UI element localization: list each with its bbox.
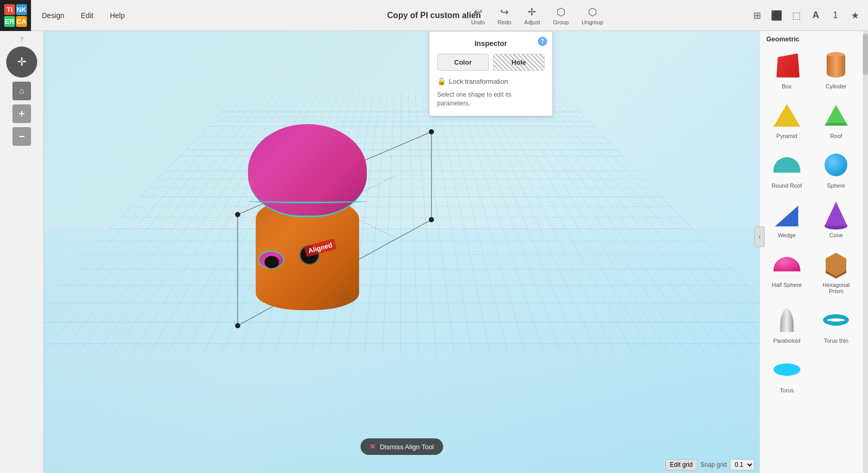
- cube-solid-icon[interactable]: ⬛: [769, 8, 784, 23]
- box-shape: [776, 53, 799, 78]
- zoom-in-icon: +: [19, 108, 25, 120]
- home-icon: ⌂: [19, 86, 24, 96]
- shape-label-sphere: Sphere: [827, 182, 845, 189]
- shape-item-cylinder[interactable]: Cylinder: [814, 47, 859, 93]
- snap-grid-select[interactable]: 0.1 0.5 1: [730, 459, 754, 470]
- eye-left-pupil: [265, 256, 279, 268]
- torus-shape: [773, 363, 800, 376]
- grid-2d-icon[interactable]: ⊞: [749, 8, 765, 23]
- grid-background: [44, 92, 760, 355]
- shape-icon-hexagonal-prism: [820, 249, 851, 280]
- hexagonal-prism-shape: [822, 250, 850, 279]
- star-icon[interactable]: ★: [847, 8, 863, 23]
- main-area: ? ✛ ⌂ + −: [0, 31, 868, 473]
- head-body-seam: [248, 199, 367, 203]
- shape-item-paraboloid[interactable]: Paraboloid: [764, 301, 810, 347]
- shape-label-pyramid: Pyramid: [777, 133, 797, 139]
- canvas-area[interactable]: Aligned Inspector Color Hole ? 🔒 Lock tr…: [44, 31, 760, 473]
- shapes-category-title: Geometric: [764, 35, 859, 43]
- lock-row: 🔒 Lock transformation: [437, 77, 545, 85]
- shape-item-round-roof[interactable]: Round Roof: [764, 146, 810, 192]
- shape-label-paraboloid: Paraboloid: [773, 338, 800, 344]
- zoom-out-button[interactable]: −: [12, 127, 31, 146]
- cube-wire-icon[interactable]: ⬚: [788, 8, 804, 23]
- shape-icon-half-sphere: [771, 249, 802, 280]
- svg-marker-13: [825, 105, 848, 126]
- nav-arrows-icon: ✛: [17, 55, 26, 69]
- group-button[interactable]: ⬡ Group: [548, 4, 574, 27]
- shape-icon-wedge: [771, 199, 802, 230]
- shape-item-torus-thin[interactable]: Torus thin: [814, 301, 859, 347]
- sphere-shape: [825, 154, 847, 176]
- color-button[interactable]: Color: [437, 54, 489, 71]
- wedge-shape: [772, 201, 801, 229]
- shape-item-box[interactable]: Box: [764, 47, 810, 93]
- adjust-button[interactable]: ✛ Adjust: [519, 4, 546, 27]
- shape-icon-round-roof: [771, 149, 802, 180]
- topbar: TI NK ER CA Design Edit Help Copy of PI …: [0, 0, 868, 31]
- view-icons: ⊞ ⬛ ⬚ A 1 ★: [749, 8, 868, 23]
- shape-item-torus[interactable]: Torus: [764, 351, 810, 396]
- eye-left: [258, 251, 284, 269]
- shape-label-cylinder: Cylinder: [826, 83, 846, 89]
- shape-label-round-roof: Round Roof: [771, 182, 802, 189]
- redo-button[interactable]: ↪ Redo: [492, 4, 516, 27]
- shape-label-roof: Roof: [830, 133, 842, 139]
- adjust-icon: ✛: [528, 6, 536, 18]
- shape-item-half-sphere[interactable]: Half Sphere: [764, 246, 810, 297]
- torus-thin-shape: [823, 314, 849, 326]
- paraboloid-shape: [777, 305, 797, 335]
- nav-help[interactable]: Help: [102, 0, 133, 30]
- ungroup-icon: ⬡: [588, 6, 597, 18]
- ungroup-button[interactable]: ⬡ Ungroup: [577, 4, 609, 27]
- nav-edit[interactable]: Edit: [73, 0, 102, 30]
- nav-design[interactable]: Design: [34, 0, 73, 30]
- round-roof-shape: [773, 157, 800, 173]
- help-hint[interactable]: ?: [20, 36, 23, 42]
- shape-item-pyramid[interactable]: Pyramid: [764, 97, 810, 142]
- svg-marker-18: [825, 202, 847, 226]
- scrollbar-thumb[interactable]: [863, 34, 868, 75]
- panel-collapse-button[interactable]: ›: [754, 226, 765, 247]
- redo-icon: ↪: [500, 6, 509, 18]
- zoom-out-icon: −: [19, 131, 25, 143]
- inspector-help-button[interactable]: ?: [538, 37, 547, 46]
- shape-item-roof[interactable]: Roof: [814, 97, 859, 142]
- shape-icon-cone: [820, 199, 851, 230]
- shape-label-box: Box: [782, 83, 792, 89]
- shape-item-cone[interactable]: Cone: [814, 196, 859, 241]
- navigation-control[interactable]: ✛: [6, 47, 37, 78]
- snap-controls: Edit grid Snap grid 0.1 0.5 1: [665, 459, 754, 470]
- dismiss-align-tool[interactable]: ✕ Dismiss Align Tool: [360, 438, 443, 455]
- chevron-right-icon: ›: [758, 233, 761, 240]
- logo-t: TI: [4, 4, 15, 15]
- dismiss-x-icon[interactable]: ✕: [369, 443, 376, 451]
- home-button[interactable]: ⌂: [12, 82, 31, 100]
- nav-menu: Design Edit Help: [34, 0, 133, 30]
- alien-object[interactable]: Aligned: [240, 114, 400, 310]
- pyramid-shape: [773, 104, 800, 127]
- shape-item-sphere[interactable]: Sphere: [814, 146, 859, 192]
- shape-label-hexagonal-prism: Hexagonal Prism: [816, 282, 857, 294]
- undo-button[interactable]: ↩ Undo: [466, 4, 490, 27]
- shape-item-wedge[interactable]: Wedge: [764, 196, 810, 241]
- shape-icon-roof: [820, 100, 851, 131]
- hole-button[interactable]: Hole: [493, 54, 545, 71]
- svg-marker-16: [775, 206, 798, 226]
- logo-r: CA: [16, 16, 27, 27]
- zoom-in-button[interactable]: +: [12, 104, 31, 123]
- logo[interactable]: TI NK ER CA: [0, 0, 31, 31]
- number-1-icon[interactable]: 1: [828, 8, 843, 23]
- snap-grid-label: Snap grid: [701, 461, 727, 468]
- text-a-icon[interactable]: A: [808, 8, 824, 23]
- shape-icon-box: [771, 50, 802, 81]
- shape-label-torus: Torus: [780, 387, 794, 393]
- shapes-scrollbar[interactable]: [863, 31, 868, 473]
- group-icon: ⬡: [556, 6, 565, 18]
- shape-icon-pyramid: [771, 100, 802, 131]
- shapes-panel: Geometric Box Cylinder: [760, 31, 863, 473]
- edit-grid-button[interactable]: Edit grid: [665, 459, 698, 470]
- shape-icon-paraboloid: [771, 304, 802, 335]
- shape-item-hexagonal-prism[interactable]: Hexagonal Prism: [814, 246, 859, 297]
- cylinder-shape: [825, 52, 847, 79]
